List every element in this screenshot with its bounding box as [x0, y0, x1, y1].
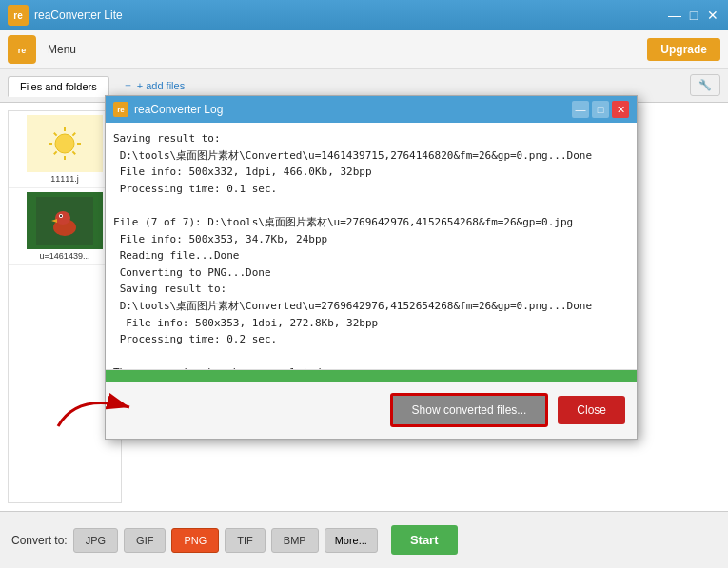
- more-formats-button[interactable]: More...: [325, 528, 378, 553]
- arrow-indicator: [49, 383, 144, 434]
- log-content[interactable]: Saving result to: D:\tools\桌面图片素材\Conver…: [106, 123, 637, 370]
- title-controls: — □ ✕: [667, 8, 720, 23]
- convert-label: Convert to:: [11, 534, 68, 547]
- file-thumbnail-sun: [27, 115, 103, 172]
- maximize-button[interactable]: □: [686, 8, 701, 23]
- format-png-button[interactable]: PNG: [171, 528, 219, 553]
- svg-point-3: [55, 134, 74, 153]
- menu-icon-area: re Menu: [8, 35, 84, 64]
- close-button[interactable]: ✕: [705, 8, 720, 23]
- file-name-1: 11111.j: [50, 174, 79, 184]
- dialog-title-bar: re reaConverter Log — □ ✕: [106, 96, 637, 123]
- title-bar: re reaConverter Lite — □ ✕: [0, 0, 728, 30]
- app-title: reaConverter Lite: [34, 9, 667, 22]
- format-gif-button[interactable]: GIF: [124, 528, 166, 553]
- files-tab[interactable]: Files and folders: [8, 76, 109, 97]
- close-dialog-button[interactable]: Close: [558, 396, 625, 424]
- plus-icon: ＋: [123, 78, 133, 92]
- dialog-minimize-button[interactable]: —: [572, 101, 589, 118]
- toolbar-logo: re: [8, 35, 36, 64]
- dialog-close-button[interactable]: ✕: [612, 101, 629, 118]
- log-dialog: re reaConverter Log — □ ✕ Saving result …: [105, 95, 638, 440]
- svg-point-16: [60, 215, 62, 217]
- dialog-footer: Show converted files... Close: [106, 382, 637, 439]
- log-text: Saving result to: D:\tools\桌面图片素材\Conver…: [113, 130, 629, 370]
- svg-point-14: [55, 211, 70, 225]
- dialog-icon: re: [113, 102, 128, 117]
- dialog-maximize-button[interactable]: □: [592, 101, 609, 118]
- bottom-bar: Convert to: JPG GIF PNG TIF BMP More... …: [0, 511, 728, 568]
- format-jpg-button[interactable]: JPG: [73, 528, 118, 553]
- svg-text:re: re: [18, 46, 27, 55]
- show-converted-files-button[interactable]: Show converted files...: [390, 393, 549, 427]
- file-thumbnail-bird: [27, 192, 103, 249]
- menu-button[interactable]: Menu: [40, 39, 84, 60]
- progress-bar-container: [106, 370, 637, 382]
- add-files-button[interactable]: ＋ + add files: [113, 74, 194, 96]
- dialog-controls: — □ ✕: [572, 101, 629, 118]
- progress-bar-fill: [106, 370, 637, 382]
- start-button[interactable]: Start: [391, 525, 458, 555]
- format-tif-button[interactable]: TIF: [225, 528, 266, 553]
- format-bmp-button[interactable]: BMP: [271, 528, 319, 553]
- tools-button[interactable]: 🔧: [690, 74, 720, 96]
- app-window: re reaConverter Lite — □ ✕ re Menu Upgra…: [0, 0, 728, 568]
- wrench-icon: 🔧: [698, 79, 712, 90]
- upgrade-button[interactable]: Upgrade: [647, 38, 720, 61]
- file-name-2: u=1461439...: [40, 251, 90, 261]
- toolbar: re Menu Upgrade: [0, 30, 728, 69]
- minimize-button[interactable]: —: [667, 8, 682, 23]
- dialog-title: reaConverter Log: [134, 103, 572, 116]
- app-logo: re: [8, 5, 29, 26]
